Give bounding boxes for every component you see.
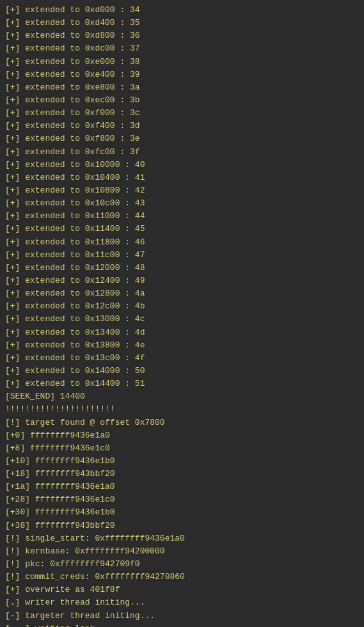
terminal-line: [+] extended to 0x11400 : 45	[5, 223, 359, 235]
terminal-line: [+28] ffffffff9436e1c0	[5, 493, 359, 506]
terminal-line: [+] extended to 0x10c00 : 43	[5, 197, 359, 210]
terminal-line: [+] extended to 0xfc00 : 3f	[5, 146, 359, 159]
terminal-line: [+1a] ffffffff9436e1a0	[5, 480, 359, 493]
terminal-line: [+] extended to 0xdc00 : 37	[5, 42, 359, 55]
terminal-line: [+] extended to 0x11000 : 44	[5, 210, 359, 223]
terminal-line: [-] targeter thread initing...	[5, 610, 359, 623]
terminal-line: [+] extended to 0xec00 : 3b	[5, 94, 359, 107]
terminal-line: [+] extended to 0x13400 : 4d	[5, 326, 359, 339]
terminal-line: [+] extended to 0xd000 : 34	[5, 4, 359, 17]
terminal-line: [SEEK_END] 14400	[5, 390, 359, 403]
terminal-line: [+] extended to 0x11800 : 46	[5, 236, 359, 249]
terminal-line: [+38] ffffffff943bbf20	[5, 520, 359, 532]
terminal-line: [+0] ffffffff9436e1a0	[5, 429, 359, 442]
terminal-line: [+30] ffffffff9436e1b0	[5, 506, 359, 519]
terminal-line: [+] extended to 0x13c00 : 4f	[5, 352, 359, 365]
terminal-line: [+] extended to 0xd800 : 36	[5, 29, 359, 42]
terminal-line: [+] extended to 0x12000 : 48	[5, 262, 359, 274]
terminal-line: [+] extended to 0x12400 : 49	[5, 274, 359, 287]
terminal-line: [+] extended to 0x12c00 : 4b	[5, 300, 359, 313]
terminal-line: [+] extended to 0xe000 : 38	[5, 56, 359, 68]
terminal-line: [!] commit_creds: 0xffffffff94270860	[5, 571, 359, 583]
terminal-line: !!!!!!!!!!!!!!!!!!!!!!	[5, 403, 359, 416]
terminal-line: [+10] ffffffff9436e1b0	[5, 455, 359, 468]
terminal-line: [...] waiting lack...	[5, 623, 359, 627]
terminal-line: [+8] ffffffff9436e1c0	[5, 442, 359, 455]
terminal-line: [+] extended to 0x12800 : 4a	[5, 287, 359, 300]
terminal-line: [+] extended to 0x10000 : 40	[5, 159, 359, 171]
terminal-line: [+] extended to 0xe400 : 39	[5, 68, 359, 81]
terminal-line: [!] pkc: 0xffffffff942709f0	[5, 558, 359, 571]
terminal-line: [+] extended to 0x13000 : 4c	[5, 313, 359, 326]
terminal-line: [.] writer thread initing...	[5, 596, 359, 609]
terminal-line: [!] single_start: 0xffffffff9436e1a0	[5, 532, 359, 545]
terminal-line: [+] extended to 0x11c00 : 47	[5, 249, 359, 262]
terminal-line: [+] extended to 0xf400 : 3d	[5, 120, 359, 132]
terminal-line: [+18] ffffffff943bbf20	[5, 468, 359, 480]
terminal-line: [+] extended to 0x10800 : 42	[5, 184, 359, 197]
terminal-line: [!] target found @ offset 0x7800	[5, 417, 359, 429]
terminal-line: [+] extended to 0x14400 : 51	[5, 377, 359, 390]
terminal-line: [+] extended to 0xf000 : 3c	[5, 107, 359, 120]
terminal-line: [+] extended to 0xf800 : 3e	[5, 132, 359, 145]
terminal-line: [+] extended to 0xd400 : 35	[5, 17, 359, 29]
terminal-line: [+] extended to 0xe800 : 3a	[5, 81, 359, 94]
terminal-line: [+] extended to 0x13800 : 4e	[5, 339, 359, 352]
terminal-line: [+] extended to 0x14000 : 50	[5, 365, 359, 377]
terminal-line: [!] kernbase: 0xffffffff94200000	[5, 545, 359, 558]
terminal-line: [+] extended to 0x10400 : 41	[5, 171, 359, 184]
terminal-line: [+] overwrite as 401f8f	[5, 583, 359, 596]
terminal-window: [+] extended to 0xd000 : 34[+] extended …	[0, 0, 364, 627]
